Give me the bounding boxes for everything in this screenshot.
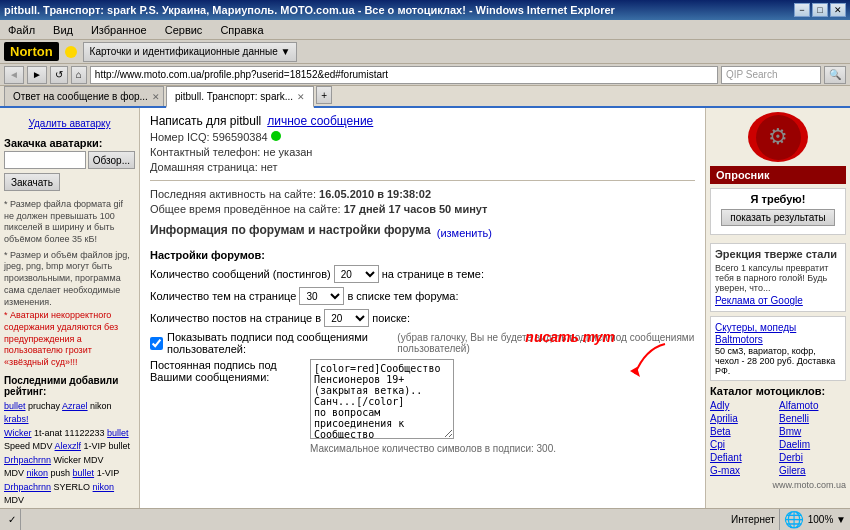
window-title: pitbull. Транспорт: spark P.S. Украина, …	[4, 4, 615, 16]
user-bullet[interactable]: bullet	[4, 401, 26, 411]
upload-button[interactable]: Закачать	[4, 173, 60, 191]
tab-1[interactable]: pitbull. Транспорт: spark... ✕	[166, 86, 314, 108]
search-box[interactable]: QIP Search	[721, 66, 821, 84]
user-alexzlf[interactable]: Alexzlf	[55, 441, 82, 451]
topics-per-page-select[interactable]: 30102040	[299, 287, 344, 305]
tab-0[interactable]: Ответ на сообщение в фор... ✕	[4, 86, 164, 106]
brand-beta[interactable]: Beta	[710, 426, 777, 437]
user-bullet3[interactable]: bullet	[73, 468, 95, 478]
address-bar[interactable]: http://www.moto.com.ua/profile.php?useri…	[90, 66, 718, 84]
brand-derbi[interactable]: Derbi	[779, 452, 846, 463]
menu-service[interactable]: Сервис	[161, 22, 207, 38]
left-sidebar: Удалить аватарку Закачка аватарки: Обзор…	[0, 108, 140, 508]
topics-per-page-row: Количество тем на странице 30102040 в сп…	[150, 287, 695, 305]
norton-cards-button[interactable]: Карточки и идентификационные данные ▼	[83, 42, 298, 62]
arrow-annotation	[615, 339, 675, 379]
tabs-bar: Ответ на сообщение в фор... ✕ pitbull. Т…	[0, 86, 850, 108]
brand-defiant[interactable]: Defiant	[710, 452, 777, 463]
icq-status-icon	[271, 131, 281, 141]
menu-favorites[interactable]: Избранное	[87, 22, 151, 38]
refresh-button[interactable]: ↺	[50, 66, 68, 84]
forum-settings-title-row: Информация по форумам и настройки форума…	[150, 223, 695, 243]
icq-row: Номер ICQ: 596590384	[150, 131, 695, 143]
profile-name-row: Написать для pitbull личное сообщение	[150, 114, 695, 128]
home-button[interactable]: ⌂	[71, 66, 87, 84]
ad-google-link[interactable]: Реклама от Google	[715, 295, 841, 306]
user-azrael[interactable]: Azrael	[62, 401, 88, 411]
user-nikon[interactable]: nikon	[27, 468, 49, 478]
signature-label: Постоянная подпись под Вашими сообщениям…	[150, 359, 310, 383]
menu-file[interactable]: Файл	[4, 22, 39, 38]
show-results-button[interactable]: показать результаты	[721, 209, 835, 226]
main-content: Удалить аватарку Закачка аватарки: Обзор…	[0, 108, 850, 508]
file-display[interactable]	[4, 151, 86, 169]
show-signatures-checkbox[interactable]	[150, 337, 163, 350]
total-time-label: Общее время проведённое на сайте:	[150, 203, 341, 215]
search-placeholder: QIP Search	[726, 69, 778, 80]
last-activity-label: Последняя активность на сайте:	[150, 188, 316, 200]
brand-cpi[interactable]: Cpi	[710, 439, 777, 450]
menu-help[interactable]: Справка	[216, 22, 267, 38]
user-krabs[interactable]: krabs!	[4, 414, 29, 424]
posts-per-page-select[interactable]: 20103040	[334, 265, 379, 283]
brand-adly[interactable]: Adly	[710, 400, 777, 411]
window-controls: − □ ✕	[794, 3, 846, 17]
menu-view[interactable]: Вид	[49, 22, 77, 38]
new-tab-button[interactable]: +	[316, 86, 332, 104]
status-bar: ✓ Интернет 🌐 100% ▼	[0, 508, 850, 530]
delete-avatar-link[interactable]: Удалить аватарку	[4, 118, 135, 129]
forward-button[interactable]: ►	[27, 66, 47, 84]
homepage-row: Домашняя страница: нет	[150, 161, 695, 173]
total-time-value: 17 дней 17 часов 50 минут	[344, 203, 488, 215]
max-chars-text: Максимальное количество символов в подпи…	[310, 443, 695, 454]
gear-icon: ⚙	[768, 124, 788, 150]
close-button[interactable]: ✕	[830, 3, 846, 17]
back-button[interactable]: ◄	[4, 66, 24, 84]
baltmotors-link[interactable]: Baltmotors	[715, 334, 841, 345]
navigation-bar: ◄ ► ↺ ⌂ http://www.moto.com.ua/profile.p…	[0, 64, 850, 86]
search-go-button[interactable]: 🔍	[824, 66, 846, 84]
norton-toolbar: Norton Карточки и идентификационные данн…	[0, 40, 850, 64]
tab-1-label: pitbull. Транспорт: spark...	[175, 91, 293, 102]
hint-3: * Аватарки некорректного содержания удал…	[4, 310, 135, 368]
brand-benelli[interactable]: Benelli	[779, 413, 846, 424]
catalog-grid: Adly Alfamoto Aprilia Benelli Beta Bmw C…	[710, 400, 846, 476]
change-link[interactable]: (изменить)	[437, 227, 492, 239]
last-added-list: bullet pruchay Azrael nikon krabs! Wicke…	[4, 400, 135, 508]
brand-aprilia[interactable]: Aprilia	[710, 413, 777, 424]
brand-bmw[interactable]: Bmw	[779, 426, 846, 437]
total-time-row: Общее время проведённое на сайте: 17 дне…	[150, 203, 695, 215]
write-for-text: Написать для pitbull	[150, 114, 261, 128]
minimize-button[interactable]: −	[794, 3, 810, 17]
brand-daelim[interactable]: Daelim	[779, 439, 846, 450]
phone-row: Контактный телефон: не указан	[150, 146, 695, 158]
maximize-button[interactable]: □	[812, 3, 828, 17]
user-drh2[interactable]: Drhpachrnn	[4, 482, 51, 492]
scooters-text: 50 см3, вариатор, кофр, чехол - 28 200 р…	[715, 346, 841, 376]
brand-gilera[interactable]: Gilera	[779, 465, 846, 476]
tab-0-close[interactable]: ✕	[152, 92, 160, 102]
signature-textarea[interactable]: [color=red]Сообщество Пенсионеров 19+(за…	[310, 359, 454, 439]
scooters-ad: Скутеры, мопеды Baltmotors 50 см3, вариа…	[710, 316, 846, 381]
norton-status-icon	[65, 46, 77, 58]
brand-gmax[interactable]: G-max	[710, 465, 777, 476]
private-msg-link[interactable]: личное сообщение	[267, 114, 373, 128]
user-bullet2[interactable]: bullet	[107, 428, 129, 438]
user-drh[interactable]: Drhpachrnn	[4, 455, 51, 465]
posts-in-search-select[interactable]: 20103040	[324, 309, 369, 327]
user-nikon2[interactable]: nikon	[93, 482, 115, 492]
profile-content: Написать для pitbull личное сообщение Но…	[140, 108, 705, 508]
signature-row: Постоянная подпись под Вашими сообщениям…	[150, 359, 695, 454]
icq-value: 596590384	[213, 131, 268, 143]
write-here-annotation: писать тут	[525, 329, 615, 345]
browse-button[interactable]: Обзор...	[88, 151, 135, 169]
scooters-label[interactable]: Скутеры, мопеды	[715, 322, 841, 333]
user-wicker[interactable]: Wicker	[4, 428, 32, 438]
phone-value: не указан	[263, 146, 312, 158]
posts-per-page-row: Количество сообщений (постингов) 2010304…	[150, 265, 695, 283]
zoom-level[interactable]: 100% ▼	[808, 514, 846, 525]
brand-alfamoto[interactable]: Alfamoto	[779, 400, 846, 411]
tab-1-close[interactable]: ✕	[297, 92, 305, 102]
upload-section-title: Закачка аватарки:	[4, 137, 135, 149]
avatar-upload-section: Закачка аватарки: Обзор... Закачать	[4, 135, 135, 193]
